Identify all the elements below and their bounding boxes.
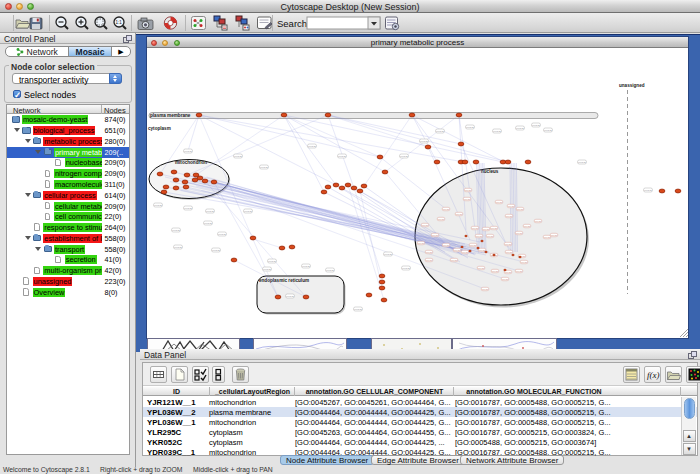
svg-text:xxx1-dr: xxx1-dr [286, 295, 294, 298]
svg-text:xxx-dr: xxx-dr [426, 259, 432, 261]
svg-text:plasma membrane: plasma membrane [150, 113, 191, 118]
svg-text:xxx1-dr: xxx1-dr [218, 233, 226, 236]
svg-text:xxx1-dr: xxx1-dr [326, 269, 334, 272]
svg-text:xxx-dr: xxx-dr [544, 236, 550, 238]
svg-text:nucleus: nucleus [481, 169, 499, 174]
svg-text:xxx-dr: xxx-dr [524, 225, 530, 227]
svg-text:xxx-dr: xxx-dr [479, 249, 485, 251]
svg-text:xxx1-dr: xxx1-dr [212, 249, 220, 252]
svg-text:xxx-dr: xxx-dr [502, 278, 508, 280]
svg-text:mitochondrion: mitochondrion [175, 160, 207, 165]
svg-text:xxx1-dr: xxx1-dr [260, 166, 268, 169]
svg-text:xxx1-dr: xxx1-dr [234, 155, 242, 158]
svg-text:xxx1-dr: xxx1-dr [244, 210, 252, 213]
svg-text:xxx-dr: xxx-dr [506, 215, 512, 217]
svg-text:xxx-dr: xxx-dr [506, 251, 512, 253]
svg-text:xxx-dr: xxx-dr [492, 270, 498, 272]
svg-text:xxx-dr: xxx-dr [465, 189, 471, 191]
svg-text:xxx-dr: xxx-dr [432, 234, 438, 236]
svg-text:xxx1-dr: xxx1-dr [354, 308, 362, 311]
svg-text:xxx1-dr: xxx1-dr [154, 204, 162, 207]
svg-text:xxx-dr: xxx-dr [476, 235, 482, 237]
svg-text:xxx-dr: xxx-dr [456, 213, 462, 215]
svg-text:xxx-dr: xxx-dr [464, 198, 470, 200]
svg-text:xxx1-dr: xxx1-dr [268, 260, 276, 263]
svg-text:xxx-dr: xxx-dr [418, 242, 424, 244]
svg-text:xxx1-dr: xxx1-dr [174, 246, 182, 249]
svg-text:f(x): f(x) [647, 370, 660, 380]
svg-text:xxx1-dr: xxx1-dr [544, 129, 552, 132]
svg-text:xxx-dr: xxx-dr [505, 271, 511, 273]
svg-text:xxx-dr: xxx-dr [487, 235, 493, 237]
svg-text:xxx1-dr: xxx1-dr [172, 229, 180, 232]
svg-text:xxx1-dr: xxx1-dr [184, 207, 192, 210]
svg-text:xxx-dr: xxx-dr [454, 249, 460, 251]
svg-text:xxx-dr: xxx-dr [516, 232, 522, 234]
svg-text:xxx-dr: xxx-dr [516, 270, 522, 272]
svg-text:xxx1-dr: xxx1-dr [436, 130, 444, 133]
svg-text:xxx1-dr: xxx1-dr [184, 150, 192, 153]
svg-text:xxx-dr: xxx-dr [535, 220, 541, 222]
svg-text:xxx1-dr: xxx1-dr [302, 265, 310, 268]
svg-text:xxx-dr: xxx-dr [508, 205, 514, 207]
svg-text:xxx1-dr: xxx1-dr [308, 145, 316, 148]
svg-text:xxx1-dr: xxx1-dr [578, 161, 586, 164]
svg-text:xxx-dr: xxx-dr [483, 228, 489, 230]
svg-text:xxx-dr: xxx-dr [491, 227, 497, 229]
svg-text:xxx-dr: xxx-dr [505, 243, 511, 245]
svg-text:xxx1-dr: xxx1-dr [263, 268, 271, 271]
svg-text:xxx-dr: xxx-dr [551, 234, 557, 236]
svg-text:xxx-dr: xxx-dr [438, 218, 444, 220]
svg-text:xxx1-dr: xxx1-dr [516, 127, 524, 130]
svg-text:xxx-dr: xxx-dr [462, 251, 468, 253]
svg-text:xxx-dr: xxx-dr [422, 224, 428, 226]
svg-text:xxx-dr: xxx-dr [426, 251, 432, 253]
svg-text:xxx1-dr: xxx1-dr [206, 210, 214, 213]
svg-text:xxx1-dr: xxx1-dr [532, 124, 540, 127]
svg-text:xxx1-dr: xxx1-dr [466, 126, 474, 129]
svg-text:xxx-dr: xxx-dr [517, 208, 523, 210]
svg-text:xxx-dr: xxx-dr [470, 244, 476, 246]
svg-text:xxx-dr: xxx-dr [496, 201, 502, 203]
svg-text:xxx1-dr: xxx1-dr [493, 130, 501, 133]
svg-text:endoplasmic reticulum: endoplasmic reticulum [259, 278, 309, 283]
svg-text:xxx1-dr: xxx1-dr [338, 155, 346, 158]
svg-text:xxx-dr: xxx-dr [478, 267, 484, 269]
svg-text:xxx1-dr: xxx1-dr [204, 222, 212, 225]
svg-text:xxx-dr: xxx-dr [443, 244, 449, 246]
svg-text:xxx1-dr: xxx1-dr [420, 140, 428, 143]
svg-text:xxx-dr: xxx-dr [521, 261, 527, 263]
svg-text:xxx1-dr: xxx1-dr [384, 253, 392, 256]
svg-text:xxx1-dr: xxx1-dr [402, 267, 410, 270]
svg-text:xxx-dr: xxx-dr [451, 259, 457, 261]
svg-text:xxx1-dr: xxx1-dr [644, 189, 652, 192]
svg-text:xxx-dr: xxx-dr [482, 288, 488, 290]
svg-text:1:1: 1:1 [116, 20, 123, 25]
svg-text:Search:: Search: [277, 18, 310, 29]
svg-text:unassigned: unassigned [619, 83, 645, 88]
svg-text:cytoplasm: cytoplasm [148, 126, 171, 131]
svg-text:xxx-dr: xxx-dr [443, 208, 449, 210]
svg-text:xxx1-dr: xxx1-dr [400, 155, 408, 158]
svg-text:xxx-dr: xxx-dr [472, 227, 478, 229]
